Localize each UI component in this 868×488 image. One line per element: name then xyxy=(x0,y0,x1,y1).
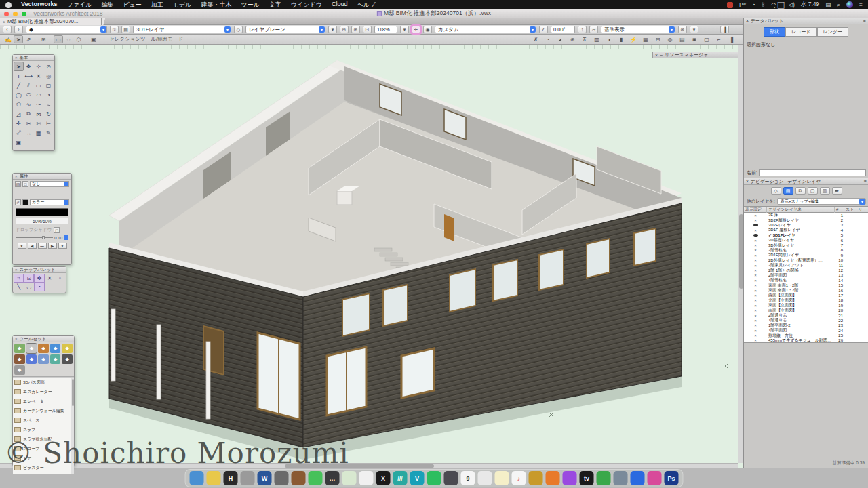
view-option-icon-5[interactable]: ▥ xyxy=(592,35,601,43)
notification-center-icon[interactable]: ≡ xyxy=(859,1,863,8)
design-layers-icon[interactable]: ▤ xyxy=(783,187,793,195)
move-tool[interactable]: ✣ xyxy=(14,119,24,128)
close-icon[interactable]: × xyxy=(15,337,18,341)
calendar-dock-icon[interactable]: 9 xyxy=(461,471,475,485)
podcasts-dock-icon[interactable] xyxy=(563,471,577,485)
rotate-tool[interactable]: ↻ xyxy=(43,109,54,119)
fit-view-button[interactable]: ⊡ xyxy=(363,26,372,33)
visibility-x-mark[interactable]: × xyxy=(744,293,767,298)
rect-marquee-mode-icon[interactable]: ▭ xyxy=(54,35,63,43)
bluetooth-icon[interactable]: ᛒ xyxy=(762,1,765,8)
volume-icon[interactable]: ◁) xyxy=(788,1,794,8)
panel-toggle-button[interactable]: ▐ xyxy=(720,26,729,33)
hey-app-dock-icon[interactable]: H xyxy=(224,471,238,485)
visibility-x-mark[interactable]: × xyxy=(744,228,767,232)
back-view-button[interactable]: ‹ xyxy=(3,26,12,33)
visibility-x-mark[interactable]: × xyxy=(744,314,767,318)
view-option-icon-10[interactable]: ⊟ xyxy=(653,35,663,43)
visibility-x-mark[interactable]: × xyxy=(744,304,767,308)
intersection-snap[interactable]: ✕ xyxy=(45,274,55,283)
line-tool[interactable]: ╱ xyxy=(14,81,24,90)
close-icon[interactable]: × xyxy=(15,268,18,272)
3d-building-model[interactable] xyxy=(0,45,743,468)
view-option-icon-7[interactable]: ▮ xyxy=(616,35,626,43)
menu-item-11[interactable]: ヘルプ xyxy=(357,1,376,9)
visibility-x-mark[interactable]: × xyxy=(744,214,767,218)
zoom-level-field[interactable]: 118% xyxy=(374,26,397,33)
arc-tool[interactable]: ◠ xyxy=(34,90,44,100)
flyover-tool-button[interactable]: ✛ xyxy=(412,26,420,33)
framing-category[interactable]: ◆ xyxy=(62,354,73,364)
layer-row[interactable]: ×455mmで生ずるモジュール勘図…26 xyxy=(744,338,868,343)
view-option-icon-15[interactable]: ⌐ xyxy=(714,35,724,43)
tab-close-icon[interactable]: × xyxy=(3,20,5,24)
close-icon[interactable]: × xyxy=(15,56,18,60)
close-window-button[interactable] xyxy=(4,12,9,16)
parallels-icon[interactable]: Pʷ xyxy=(739,1,746,8)
siri-triangle-dock-icon[interactable] xyxy=(207,471,221,485)
dropshadow-toggle[interactable]: ◻ xyxy=(54,227,60,233)
attribute-nav-button-0[interactable]: ▾ xyxy=(18,243,26,249)
rectangle-tool[interactable]: ▭ xyxy=(34,81,44,90)
teal-app-dock-icon[interactable]: /// xyxy=(393,471,408,485)
close-icon[interactable]: × xyxy=(15,174,18,178)
music-dock-icon[interactable]: ♪ xyxy=(512,471,526,485)
books-dock-icon[interactable] xyxy=(292,471,306,485)
visibility-x-mark[interactable]: × xyxy=(744,273,767,277)
menu-item-10[interactable]: Cloud xyxy=(332,1,348,9)
attribute-nav-button-4[interactable]: ▾ xyxy=(58,243,67,249)
visibility-x-mark[interactable]: × xyxy=(744,279,767,283)
attribute-map-tool[interactable]: ▦ xyxy=(34,128,44,138)
line-style-preview[interactable] xyxy=(16,208,68,216)
toolset-item-1[interactable]: エスカレーター xyxy=(13,387,74,396)
chart-app-dock-icon[interactable] xyxy=(597,471,611,485)
rotate-plan-button[interactable]: ∠ xyxy=(539,26,548,33)
view-option-icon-13[interactable]: ◙ xyxy=(690,35,699,43)
drawing-canvas[interactable]: × − リソースマネージャ xyxy=(0,45,743,468)
move-by-points-icon[interactable]: ⊞ xyxy=(39,35,48,43)
oval-tool[interactable]: ⬭ xyxy=(24,90,34,100)
roofs-category[interactable]: ◆ xyxy=(26,344,37,353)
sheet-layers-icon[interactable]: ▥ xyxy=(820,187,830,195)
view-option-icon-11[interactable]: ◍ xyxy=(665,35,675,43)
chevron-down-icon[interactable] xyxy=(64,235,68,240)
archive-app-dock-icon[interactable] xyxy=(241,471,255,485)
forward-view-button[interactable]: › xyxy=(14,26,23,33)
evernote-dock-icon[interactable] xyxy=(427,471,441,485)
distance-snap[interactable]: ╲ xyxy=(14,283,24,291)
details-category[interactable]: ◆ xyxy=(26,354,37,364)
freehand-tool[interactable]: 〜 xyxy=(34,100,44,109)
menu-item-9[interactable]: ウインドウ xyxy=(291,1,322,9)
mirror-tool[interactable]: ⋈ xyxy=(34,109,44,119)
class-options-button[interactable]: ⚿ xyxy=(110,26,119,33)
screen-plane-tool[interactable]: ▣ xyxy=(14,138,24,147)
view-option-icon-8[interactable]: ⚡ xyxy=(629,35,638,43)
menu-item-8[interactable]: 文字 xyxy=(269,1,281,9)
delete-tool[interactable]: ✕ xyxy=(34,71,44,81)
poly-marquee-mode-icon[interactable]: ⬡ xyxy=(74,35,83,43)
visibility-x-mark[interactable]: × xyxy=(744,268,767,272)
windows-category[interactable]: ◆ xyxy=(50,344,61,353)
palette-header[interactable]: ×属性 xyxy=(13,174,71,180)
photoshop-dock-icon[interactable]: Ps xyxy=(665,471,679,485)
lasso-mode-icon[interactable]: ✍ xyxy=(3,35,13,43)
attribute-nav-button-1[interactable]: ◀ xyxy=(28,243,37,249)
join-tool[interactable]: ⊢ xyxy=(43,119,54,128)
polygon-tool[interactable]: ⬠ xyxy=(14,100,24,109)
text-tool[interactable]: T xyxy=(14,71,24,81)
menu-item-4[interactable]: 加工 xyxy=(151,1,163,9)
visibility-x-mark[interactable]: × xyxy=(744,283,767,287)
notes-dock-icon[interactable] xyxy=(495,471,509,485)
menu-item-0[interactable]: Vectorworks xyxy=(21,1,58,9)
toolset-item-2[interactable]: エレベーター xyxy=(13,396,74,406)
minimize-window-button[interactable] xyxy=(13,12,18,16)
double-line-tool[interactable]: ⫽ xyxy=(24,81,34,90)
viewports-icon[interactable]: ▢ xyxy=(808,187,818,195)
paint-app-dock-icon[interactable] xyxy=(648,471,662,485)
wifi-icon[interactable]: ◠̣ xyxy=(771,1,776,8)
rotation-field[interactable]: 0.00° xyxy=(551,26,575,33)
toolset-item-3[interactable]: カーテンウォール編集 xyxy=(13,406,74,415)
slabs-category[interactable]: ◆ xyxy=(38,354,49,364)
visibility-x-mark[interactable]: × xyxy=(744,329,767,333)
tab-レコード[interactable]: レコード xyxy=(785,27,817,37)
